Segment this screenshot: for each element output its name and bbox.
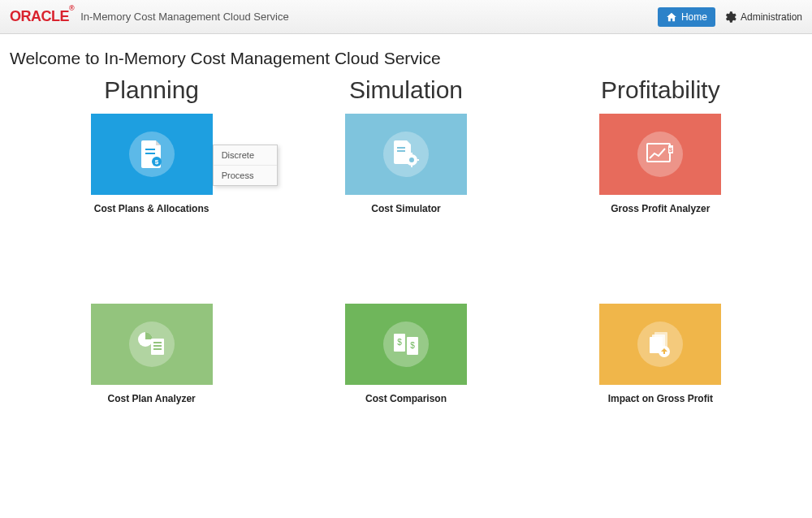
oracle-logo: ORACLE® xyxy=(10,8,74,25)
stacked-docs-arrow-icon xyxy=(637,322,683,367)
svg-rect-0 xyxy=(145,149,155,150)
tile-impact-gross-profit[interactable] xyxy=(599,304,721,385)
tile-label-impact-gross-profit: Impact on Gross Profit xyxy=(608,393,713,404)
pie-clipboard-icon xyxy=(129,322,175,367)
svg-rect-21 xyxy=(647,144,670,162)
svg-rect-1 xyxy=(145,153,155,154)
tile-cost-comparison[interactable]: $ $ xyxy=(345,304,467,385)
svg-point-12 xyxy=(409,158,414,162)
svg-rect-9 xyxy=(397,147,405,149)
svg-rect-6 xyxy=(153,342,162,343)
svg-text:$: $ xyxy=(154,158,158,166)
tile-label-cost-plan-analyzer: Cost Plan Analyzer xyxy=(108,393,196,404)
administration-label: Administration xyxy=(741,11,802,23)
document-gear-icon xyxy=(383,132,429,177)
column-title-planning: Planning xyxy=(104,76,199,104)
column-planning: Planning $ Cost Plans & Allocations Disc… xyxy=(30,76,274,494)
registered-mark: ® xyxy=(69,4,74,12)
home-button[interactable]: Home xyxy=(658,7,715,27)
popup-item-discrete[interactable]: Discrete xyxy=(214,145,277,166)
tile-label-cost-plans-allocations: Cost Plans & Allocations xyxy=(94,203,209,214)
gear-icon xyxy=(723,11,736,24)
tile-cost-plan-analyzer[interactable] xyxy=(91,304,213,385)
chart-up-dollar-icon: $ xyxy=(637,132,683,177)
column-title-profitability: Profitability xyxy=(601,76,720,104)
home-icon xyxy=(666,11,677,23)
header-right: Home Administration xyxy=(658,7,802,27)
popup-menu: Discrete Process xyxy=(213,145,278,186)
tile-gross-profit-analyzer-wrap: $ Gross Profit Analyzer xyxy=(599,114,721,214)
tile-gross-profit-analyzer[interactable]: $ xyxy=(599,114,721,195)
tile-impact-gross-profit-wrap: Impact on Gross Profit xyxy=(599,304,721,404)
svg-rect-8 xyxy=(153,348,162,350)
popup-item-process[interactable]: Process xyxy=(214,166,277,185)
tile-cost-plan-analyzer-wrap: Cost Plan Analyzer xyxy=(91,304,213,404)
tile-label-gross-profit-analyzer: Gross Profit Analyzer xyxy=(611,203,710,214)
welcome-title: Welcome to In-Memory Cost Management Clo… xyxy=(0,34,812,76)
tile-cost-plans-allocations-wrap: $ Cost Plans & Allocations Discrete Proc… xyxy=(91,114,213,214)
svg-text:$: $ xyxy=(669,146,673,153)
svg-text:$: $ xyxy=(397,338,402,347)
svg-text:$: $ xyxy=(410,341,415,350)
tile-cost-simulator[interactable] xyxy=(345,114,467,195)
column-simulation: Simulation Co xyxy=(284,76,528,494)
tile-cost-simulator-wrap: Cost Simulator xyxy=(345,114,467,214)
documents-compare-icon: $ $ xyxy=(383,322,429,367)
oracle-brand-text: ORACLE xyxy=(10,8,69,24)
header-left: ORACLE® In-Memory Cost Management Cloud … xyxy=(10,8,289,25)
header-subtitle: In-Memory Cost Management Cloud Service xyxy=(80,11,289,23)
administration-button[interactable]: Administration xyxy=(723,11,802,24)
home-label: Home xyxy=(681,11,707,23)
tile-cost-comparison-wrap: $ $ Cost Comparison xyxy=(345,304,467,404)
document-dollar-icon: $ xyxy=(129,132,175,177)
header-bar: ORACLE® In-Memory Cost Management Cloud … xyxy=(0,0,812,34)
svg-rect-7 xyxy=(153,345,162,347)
column-title-simulation: Simulation xyxy=(349,76,463,104)
tile-cost-plans-allocations[interactable]: $ xyxy=(91,114,213,195)
dashboard-columns: Planning $ Cost Plans & Allocations Disc… xyxy=(0,76,812,494)
tile-label-cost-simulator: Cost Simulator xyxy=(371,203,440,214)
svg-rect-10 xyxy=(397,150,405,152)
column-profitability: Profitability $ Gross Profit Analyzer xyxy=(538,76,782,494)
tile-label-cost-comparison: Cost Comparison xyxy=(365,393,447,404)
